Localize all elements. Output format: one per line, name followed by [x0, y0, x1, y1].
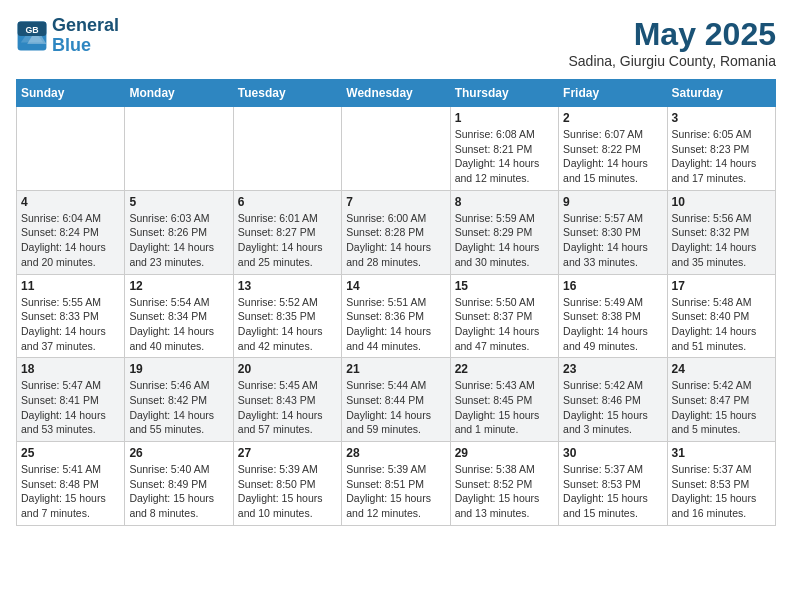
- day-info: Sunrise: 5:40 AM Sunset: 8:49 PM Dayligh…: [129, 462, 228, 521]
- calendar-cell: 1Sunrise: 6:08 AM Sunset: 8:21 PM Daylig…: [450, 107, 558, 191]
- calendar-cell: 24Sunrise: 5:42 AM Sunset: 8:47 PM Dayli…: [667, 358, 775, 442]
- day-info: Sunrise: 6:08 AM Sunset: 8:21 PM Dayligh…: [455, 127, 554, 186]
- month-title: May 2025: [568, 16, 776, 53]
- day-info: Sunrise: 5:44 AM Sunset: 8:44 PM Dayligh…: [346, 378, 445, 437]
- day-number: 17: [672, 279, 771, 293]
- title-block: May 2025 Sadina, Giurgiu County, Romania: [568, 16, 776, 69]
- day-number: 27: [238, 446, 337, 460]
- day-info: Sunrise: 5:54 AM Sunset: 8:34 PM Dayligh…: [129, 295, 228, 354]
- day-number: 10: [672, 195, 771, 209]
- calendar-cell: [233, 107, 341, 191]
- weekday-header-monday: Monday: [125, 80, 233, 107]
- day-info: Sunrise: 6:04 AM Sunset: 8:24 PM Dayligh…: [21, 211, 120, 270]
- day-info: Sunrise: 6:01 AM Sunset: 8:27 PM Dayligh…: [238, 211, 337, 270]
- day-number: 6: [238, 195, 337, 209]
- day-number: 21: [346, 362, 445, 376]
- day-info: Sunrise: 6:00 AM Sunset: 8:28 PM Dayligh…: [346, 211, 445, 270]
- calendar-cell: 13Sunrise: 5:52 AM Sunset: 8:35 PM Dayli…: [233, 274, 341, 358]
- calendar-cell: [342, 107, 450, 191]
- day-info: Sunrise: 5:43 AM Sunset: 8:45 PM Dayligh…: [455, 378, 554, 437]
- day-number: 25: [21, 446, 120, 460]
- day-number: 9: [563, 195, 662, 209]
- calendar-cell: 7Sunrise: 6:00 AM Sunset: 8:28 PM Daylig…: [342, 190, 450, 274]
- day-info: Sunrise: 5:59 AM Sunset: 8:29 PM Dayligh…: [455, 211, 554, 270]
- calendar-cell: 27Sunrise: 5:39 AM Sunset: 8:50 PM Dayli…: [233, 442, 341, 526]
- day-number: 3: [672, 111, 771, 125]
- week-row-1: 1Sunrise: 6:08 AM Sunset: 8:21 PM Daylig…: [17, 107, 776, 191]
- day-number: 30: [563, 446, 662, 460]
- calendar-cell: 6Sunrise: 6:01 AM Sunset: 8:27 PM Daylig…: [233, 190, 341, 274]
- calendar-cell: 30Sunrise: 5:37 AM Sunset: 8:53 PM Dayli…: [559, 442, 667, 526]
- calendar-body: 1Sunrise: 6:08 AM Sunset: 8:21 PM Daylig…: [17, 107, 776, 526]
- day-number: 16: [563, 279, 662, 293]
- day-number: 15: [455, 279, 554, 293]
- calendar-cell: 14Sunrise: 5:51 AM Sunset: 8:36 PM Dayli…: [342, 274, 450, 358]
- day-info: Sunrise: 5:39 AM Sunset: 8:51 PM Dayligh…: [346, 462, 445, 521]
- day-number: 28: [346, 446, 445, 460]
- logo-icon: GB: [16, 20, 48, 52]
- weekday-header-sunday: Sunday: [17, 80, 125, 107]
- calendar-cell: [17, 107, 125, 191]
- weekday-header-friday: Friday: [559, 80, 667, 107]
- day-info: Sunrise: 6:03 AM Sunset: 8:26 PM Dayligh…: [129, 211, 228, 270]
- day-number: 13: [238, 279, 337, 293]
- day-number: 24: [672, 362, 771, 376]
- day-number: 1: [455, 111, 554, 125]
- day-number: 7: [346, 195, 445, 209]
- day-info: Sunrise: 5:46 AM Sunset: 8:42 PM Dayligh…: [129, 378, 228, 437]
- day-number: 8: [455, 195, 554, 209]
- day-number: 18: [21, 362, 120, 376]
- calendar-cell: 2Sunrise: 6:07 AM Sunset: 8:22 PM Daylig…: [559, 107, 667, 191]
- calendar-cell: 4Sunrise: 6:04 AM Sunset: 8:24 PM Daylig…: [17, 190, 125, 274]
- week-row-5: 25Sunrise: 5:41 AM Sunset: 8:48 PM Dayli…: [17, 442, 776, 526]
- calendar-cell: 12Sunrise: 5:54 AM Sunset: 8:34 PM Dayli…: [125, 274, 233, 358]
- calendar-cell: 15Sunrise: 5:50 AM Sunset: 8:37 PM Dayli…: [450, 274, 558, 358]
- week-row-4: 18Sunrise: 5:47 AM Sunset: 8:41 PM Dayli…: [17, 358, 776, 442]
- day-info: Sunrise: 5:50 AM Sunset: 8:37 PM Dayligh…: [455, 295, 554, 354]
- weekday-header-tuesday: Tuesday: [233, 80, 341, 107]
- week-row-3: 11Sunrise: 5:55 AM Sunset: 8:33 PM Dayli…: [17, 274, 776, 358]
- day-info: Sunrise: 5:47 AM Sunset: 8:41 PM Dayligh…: [21, 378, 120, 437]
- logo-text: General Blue: [52, 16, 119, 56]
- day-number: 5: [129, 195, 228, 209]
- weekday-header-wednesday: Wednesday: [342, 80, 450, 107]
- calendar-cell: 26Sunrise: 5:40 AM Sunset: 8:49 PM Dayli…: [125, 442, 233, 526]
- calendar-cell: 29Sunrise: 5:38 AM Sunset: 8:52 PM Dayli…: [450, 442, 558, 526]
- day-number: 31: [672, 446, 771, 460]
- calendar-cell: 21Sunrise: 5:44 AM Sunset: 8:44 PM Dayli…: [342, 358, 450, 442]
- calendar-cell: 31Sunrise: 5:37 AM Sunset: 8:53 PM Dayli…: [667, 442, 775, 526]
- calendar-cell: 17Sunrise: 5:48 AM Sunset: 8:40 PM Dayli…: [667, 274, 775, 358]
- day-number: 2: [563, 111, 662, 125]
- weekday-header-row: SundayMondayTuesdayWednesdayThursdayFrid…: [17, 80, 776, 107]
- logo: GB General Blue: [16, 16, 119, 56]
- day-number: 23: [563, 362, 662, 376]
- weekday-header-thursday: Thursday: [450, 80, 558, 107]
- week-row-2: 4Sunrise: 6:04 AM Sunset: 8:24 PM Daylig…: [17, 190, 776, 274]
- day-number: 14: [346, 279, 445, 293]
- day-number: 19: [129, 362, 228, 376]
- day-info: Sunrise: 5:39 AM Sunset: 8:50 PM Dayligh…: [238, 462, 337, 521]
- calendar-cell: 18Sunrise: 5:47 AM Sunset: 8:41 PM Dayli…: [17, 358, 125, 442]
- calendar-cell: 3Sunrise: 6:05 AM Sunset: 8:23 PM Daylig…: [667, 107, 775, 191]
- day-info: Sunrise: 5:48 AM Sunset: 8:40 PM Dayligh…: [672, 295, 771, 354]
- calendar-header: SundayMondayTuesdayWednesdayThursdayFrid…: [17, 80, 776, 107]
- calendar-table: SundayMondayTuesdayWednesdayThursdayFrid…: [16, 79, 776, 526]
- location-subtitle: Sadina, Giurgiu County, Romania: [568, 53, 776, 69]
- day-info: Sunrise: 6:07 AM Sunset: 8:22 PM Dayligh…: [563, 127, 662, 186]
- calendar-cell: 22Sunrise: 5:43 AM Sunset: 8:45 PM Dayli…: [450, 358, 558, 442]
- calendar-cell: 8Sunrise: 5:59 AM Sunset: 8:29 PM Daylig…: [450, 190, 558, 274]
- day-info: Sunrise: 5:56 AM Sunset: 8:32 PM Dayligh…: [672, 211, 771, 270]
- calendar-cell: 28Sunrise: 5:39 AM Sunset: 8:51 PM Dayli…: [342, 442, 450, 526]
- calendar-cell: 5Sunrise: 6:03 AM Sunset: 8:26 PM Daylig…: [125, 190, 233, 274]
- weekday-header-saturday: Saturday: [667, 80, 775, 107]
- day-info: Sunrise: 5:49 AM Sunset: 8:38 PM Dayligh…: [563, 295, 662, 354]
- day-info: Sunrise: 5:42 AM Sunset: 8:46 PM Dayligh…: [563, 378, 662, 437]
- day-info: Sunrise: 5:42 AM Sunset: 8:47 PM Dayligh…: [672, 378, 771, 437]
- page-header: GB General Blue May 2025 Sadina, Giurgiu…: [16, 16, 776, 69]
- calendar-cell: 9Sunrise: 5:57 AM Sunset: 8:30 PM Daylig…: [559, 190, 667, 274]
- day-number: 22: [455, 362, 554, 376]
- calendar-cell: 23Sunrise: 5:42 AM Sunset: 8:46 PM Dayli…: [559, 358, 667, 442]
- day-info: Sunrise: 5:55 AM Sunset: 8:33 PM Dayligh…: [21, 295, 120, 354]
- day-info: Sunrise: 5:41 AM Sunset: 8:48 PM Dayligh…: [21, 462, 120, 521]
- day-info: Sunrise: 5:37 AM Sunset: 8:53 PM Dayligh…: [672, 462, 771, 521]
